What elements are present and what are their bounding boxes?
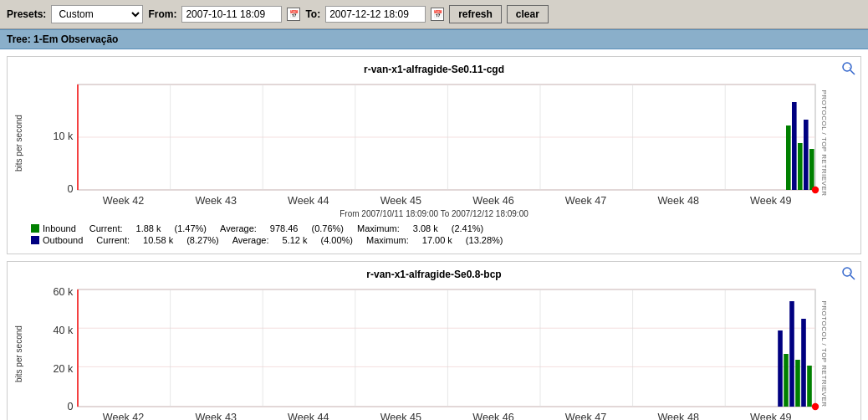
svg-text:Week 46: Week 46 bbox=[472, 412, 513, 420]
svg-text:0: 0 bbox=[67, 401, 73, 412]
inbound-current-pct-1: (1.47%) bbox=[174, 223, 207, 233]
chart-title-2: r-van-x1-alfragide-Se0.8-bcp bbox=[14, 269, 854, 280]
svg-rect-52 bbox=[778, 330, 783, 407]
chart-area-2: bits per second bbox=[14, 284, 827, 420]
inbound-avg-pct-1: (0.76%) bbox=[312, 223, 345, 233]
date-range-1: From 2007/10/11 18:09:00 To 2007/12/12 1… bbox=[14, 209, 854, 218]
svg-rect-55 bbox=[795, 360, 800, 407]
svg-text:Week 48: Week 48 bbox=[657, 195, 698, 207]
tree-header: Tree: 1-Em Observação bbox=[0, 29, 868, 49]
svg-rect-57 bbox=[807, 366, 812, 407]
svg-text:Week 49: Week 49 bbox=[750, 412, 791, 420]
from-label: From: bbox=[148, 8, 176, 20]
inbound-avg-label: Average: bbox=[220, 223, 257, 233]
outbound-color-1 bbox=[31, 236, 39, 244]
to-input[interactable] bbox=[325, 6, 426, 23]
chart-svg-1: 10 k 0 Week 42 Week 4 bbox=[31, 79, 827, 207]
chart-title-1: r-van-x1-alfragide-Se0.11-cgd bbox=[14, 64, 854, 75]
inbound-avg-1: 978.46 bbox=[270, 223, 299, 233]
svg-text:Week 42: Week 42 bbox=[103, 412, 144, 420]
from-input[interactable] bbox=[181, 6, 282, 23]
svg-rect-18 bbox=[798, 143, 803, 190]
svg-text:Week 44: Week 44 bbox=[288, 195, 329, 207]
svg-rect-19 bbox=[804, 120, 809, 190]
svg-point-30 bbox=[843, 63, 851, 71]
legend-row-inbound-1: Inbound Current: 1.88 k (1.47%) Average:… bbox=[31, 223, 854, 233]
outbound-avg-label: Average: bbox=[232, 235, 269, 245]
chart-card-1: r-van-x1-alfragide-Se0.11-cgd bits per s… bbox=[7, 56, 861, 254]
outbound-avg-pct-1: (4.00%) bbox=[321, 235, 354, 245]
svg-text:10 k: 10 k bbox=[54, 131, 74, 142]
from-calendar-icon[interactable]: 📅 bbox=[287, 8, 300, 21]
svg-line-68 bbox=[850, 275, 855, 279]
legend-1: Inbound Current: 1.88 k (1.47%) Average:… bbox=[14, 223, 854, 245]
svg-rect-53 bbox=[784, 354, 789, 407]
rotated-label-2: PROTOCOL / TOP RETRIEVER bbox=[820, 300, 828, 407]
legend-text-outbound-1: Outbound Current: 10.58 k (8.27%) Averag… bbox=[43, 235, 503, 245]
svg-text:0: 0 bbox=[67, 183, 73, 195]
toolbar: Presets: Custom From: 📅 To: 📅 refresh cl… bbox=[0, 0, 868, 29]
svg-text:20 k: 20 k bbox=[54, 363, 74, 375]
legend-text-inbound-1: Inbound Current: 1.88 k (1.47%) Average:… bbox=[43, 223, 483, 233]
refresh-button[interactable]: refresh bbox=[449, 5, 502, 23]
svg-line-31 bbox=[850, 70, 855, 74]
chart-area-1: bits per second bbox=[14, 79, 827, 207]
svg-text:Week 47: Week 47 bbox=[565, 195, 606, 207]
y-label-1: bits per second bbox=[14, 79, 28, 207]
outbound-label-1: Outbound bbox=[43, 235, 83, 245]
inbound-label-1: Inbound bbox=[43, 223, 76, 233]
svg-text:Week 45: Week 45 bbox=[380, 412, 421, 420]
inbound-max-pct-1: (2.41%) bbox=[452, 223, 484, 233]
svg-text:Week 42: Week 42 bbox=[103, 195, 144, 207]
svg-text:Week 43: Week 43 bbox=[195, 195, 236, 207]
svg-text:Week 48: Week 48 bbox=[657, 412, 698, 420]
tree-label: Tree: 1-Em Observação bbox=[7, 33, 118, 45]
chart-svg-2: 60 k 40 k 20 k 0 bbox=[31, 284, 827, 420]
inbound-max-1: 3.08 k bbox=[413, 223, 438, 233]
to-label: To: bbox=[305, 8, 320, 20]
svg-rect-54 bbox=[789, 301, 794, 407]
outbound-current-label: Current: bbox=[96, 235, 130, 245]
outbound-current-1: 10.58 k bbox=[143, 235, 173, 245]
chart-inner-2: 60 k 40 k 20 k 0 bbox=[31, 284, 827, 420]
svg-rect-33 bbox=[78, 289, 815, 407]
clear-button[interactable]: clear bbox=[507, 5, 549, 23]
svg-rect-17 bbox=[792, 102, 797, 190]
inbound-current-label: Current: bbox=[89, 223, 123, 233]
y-label-2: bits per second bbox=[14, 284, 28, 420]
svg-rect-56 bbox=[801, 319, 806, 407]
svg-point-21 bbox=[812, 187, 819, 193]
chart-wrapper-2: bits per second bbox=[14, 284, 854, 420]
legend-row-outbound-1: Outbound Current: 10.58 k (8.27%) Averag… bbox=[31, 235, 854, 245]
svg-text:Week 49: Week 49 bbox=[750, 195, 791, 207]
zoom-icon-2[interactable] bbox=[842, 267, 855, 283]
outbound-max-1: 17.00 k bbox=[422, 235, 452, 245]
svg-rect-16 bbox=[786, 125, 791, 190]
inbound-current-1: 1.88 k bbox=[136, 223, 161, 233]
svg-point-67 bbox=[843, 268, 851, 276]
main-content: r-van-x1-alfragide-Se0.11-cgd bits per s… bbox=[0, 49, 868, 420]
chart-card-2: r-van-x1-alfragide-Se0.8-bcp bits per se… bbox=[7, 261, 861, 420]
outbound-max-pct-1: (13.28%) bbox=[466, 235, 503, 245]
svg-text:60 k: 60 k bbox=[54, 286, 74, 298]
outbound-current-pct-1: (8.27%) bbox=[186, 235, 219, 245]
svg-text:Week 45: Week 45 bbox=[380, 195, 421, 207]
chart-inner-1: 10 k 0 Week 42 Week 4 bbox=[31, 79, 827, 207]
svg-text:Week 47: Week 47 bbox=[565, 412, 606, 420]
rotated-label-1: PROTOCOL / TOP RETRIEVER bbox=[820, 90, 828, 196]
outbound-avg-1: 5.12 k bbox=[283, 235, 308, 245]
presets-select[interactable]: Custom bbox=[51, 5, 143, 23]
chart-wrapper-1: bits per second bbox=[14, 79, 854, 207]
inbound-color-1 bbox=[31, 224, 39, 233]
svg-rect-20 bbox=[809, 149, 814, 190]
svg-text:40 k: 40 k bbox=[54, 325, 74, 336]
presets-label: Presets: bbox=[7, 8, 46, 20]
svg-text:Week 46: Week 46 bbox=[472, 195, 513, 207]
svg-text:Week 44: Week 44 bbox=[288, 412, 329, 420]
zoom-icon-1[interactable] bbox=[842, 62, 855, 78]
svg-point-58 bbox=[812, 403, 819, 410]
svg-text:Week 43: Week 43 bbox=[195, 412, 236, 420]
to-calendar-icon[interactable]: 📅 bbox=[431, 8, 444, 21]
outbound-max-label: Maximum: bbox=[366, 235, 409, 245]
inbound-max-label: Maximum: bbox=[357, 223, 400, 233]
